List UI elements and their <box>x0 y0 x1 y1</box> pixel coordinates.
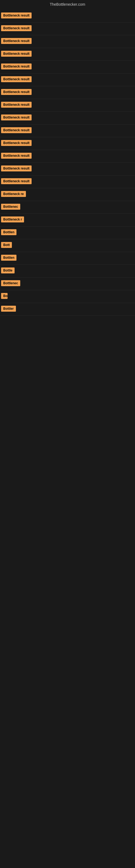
bottleneck-result-label[interactable]: Bottleneck result <box>1 115 32 120</box>
bottleneck-result-label[interactable]: Bottleneck re <box>1 191 26 197</box>
bottleneck-result-label[interactable]: Bottleneck result <box>1 76 32 82</box>
list-item: Bottleneck result <box>0 61 135 73</box>
list-item: Bottleneck result <box>0 35 135 48</box>
list-item: Bottleneck result <box>0 150 135 163</box>
bottleneck-result-label[interactable]: Bottleneck result <box>1 38 32 44</box>
bottleneck-result-label[interactable]: Bottleneck result <box>1 25 32 31</box>
list-item: Bottleneck result <box>0 124 135 137</box>
list-item: Bottler <box>0 303 135 316</box>
bottleneck-result-label[interactable]: Bott <box>1 242 12 248</box>
bottleneck-result-label[interactable]: Bottlenec <box>1 204 20 210</box>
list-item: Bottle <box>0 265 135 278</box>
bottleneck-result-label[interactable]: Bottleneck result <box>1 127 32 133</box>
bottleneck-result-label[interactable]: Bottleneck result <box>1 63 32 69</box>
list-item: Bottleneck result <box>0 23 135 35</box>
bottleneck-result-label[interactable]: Bottler <box>1 306 16 312</box>
bottleneck-result-label[interactable]: Bottleneck result <box>1 12 32 19</box>
list-item: Bottleneck re <box>0 188 135 201</box>
list-item: Bottleneck result <box>0 112 135 124</box>
bottleneck-result-label[interactable]: Bottleneck result <box>1 51 32 57</box>
list-item: Bottlenec <box>0 201 135 214</box>
list-item: Bottleneck result <box>0 73 135 86</box>
list-item: Bott <box>0 239 135 252</box>
list-item: Bottlen <box>0 252 135 265</box>
list-item: Bottleneck result <box>0 86 135 99</box>
list-item: Bottleneck result <box>0 10 135 23</box>
bottleneck-result-label[interactable]: Bottlen <box>1 255 16 261</box>
site-title: TheBottlenecker.com <box>50 2 85 6</box>
list-item: Bottleneck result <box>0 176 135 188</box>
bottleneck-result-label[interactable]: Bottlenec <box>1 280 20 286</box>
bottleneck-result-label[interactable]: Bottleneck result <box>1 153 32 159</box>
page-wrapper: TheBottlenecker.com Bottleneck resultBot… <box>0 0 135 316</box>
bottleneck-result-label[interactable]: Bottleneck r <box>1 216 24 222</box>
bottleneck-result-label[interactable]: Bottleneck result <box>1 102 32 108</box>
list-item: Bottlen <box>0 226 135 239</box>
list-item: Bottleneck result <box>0 137 135 150</box>
bottleneck-result-label[interactable]: Bottle <box>1 268 14 273</box>
list-item: Bottlenec <box>0 278 135 290</box>
bottleneck-result-label[interactable]: Bo <box>1 293 8 299</box>
list-item: Bottleneck result <box>0 163 135 176</box>
list-item: Bo <box>0 290 135 303</box>
bottleneck-result-label[interactable]: Bottleneck result <box>1 165 32 172</box>
list-item: Bottleneck result <box>0 48 135 61</box>
list-item: Bottleneck r <box>0 214 135 226</box>
site-header: TheBottlenecker.com <box>0 0 135 10</box>
bottleneck-result-label[interactable]: Bottleneck result <box>1 89 32 95</box>
items-container: Bottleneck resultBottleneck resultBottle… <box>0 10 135 316</box>
bottleneck-result-label[interactable]: Bottleneck result <box>1 140 32 146</box>
bottleneck-result-label[interactable]: Bottlen <box>1 229 16 235</box>
list-item: Bottleneck result <box>0 99 135 112</box>
bottleneck-result-label[interactable]: Bottleneck result <box>1 178 32 184</box>
